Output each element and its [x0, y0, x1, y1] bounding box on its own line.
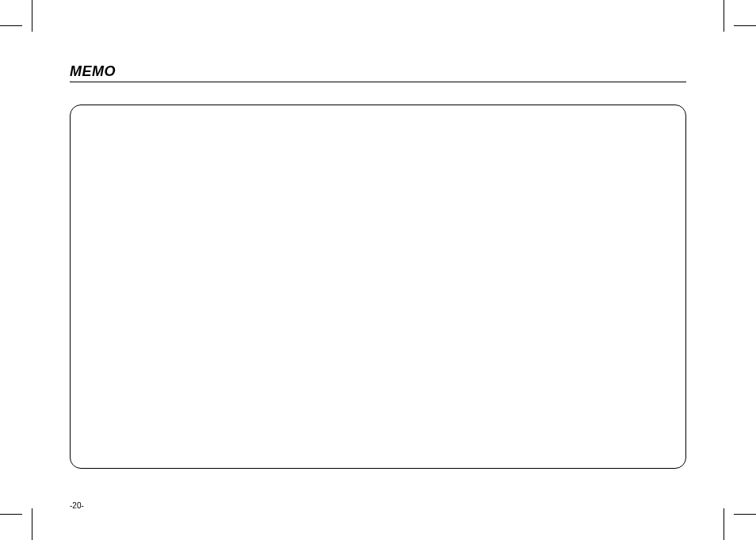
crop-mark — [724, 508, 724, 540]
memo-box — [70, 105, 686, 469]
page-number: -20- — [70, 501, 84, 510]
crop-mark — [0, 25, 22, 26]
page-title: MEMO — [70, 63, 686, 82]
crop-mark — [734, 25, 756, 26]
crop-mark — [0, 514, 22, 515]
crop-mark — [724, 0, 724, 32]
crop-mark — [32, 508, 32, 540]
crop-mark — [734, 514, 756, 515]
page-content: MEMO -20- — [70, 63, 686, 492]
crop-mark — [32, 0, 32, 32]
